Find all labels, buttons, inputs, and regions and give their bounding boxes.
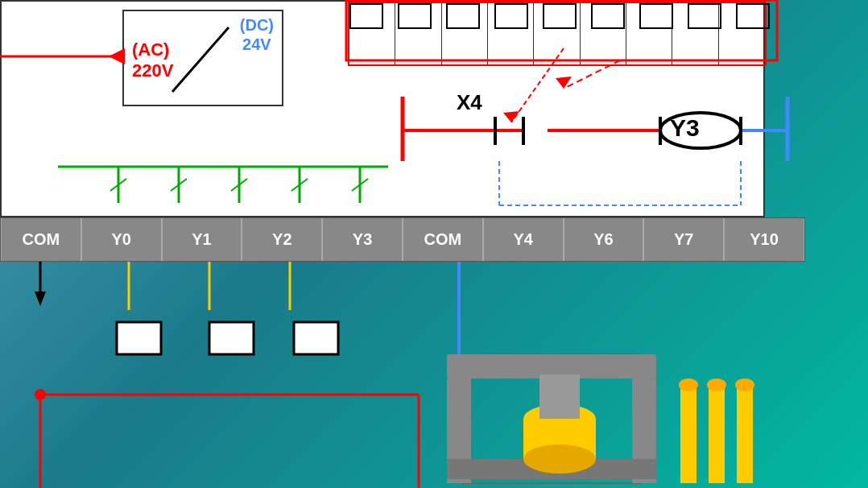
output-cell-6 bbox=[581, 3, 626, 64]
output-cell-9 bbox=[719, 3, 765, 64]
svg-point-48 bbox=[523, 404, 596, 433]
svg-rect-37 bbox=[209, 322, 254, 354]
terminal-y7: Y7 bbox=[643, 218, 724, 261]
output-cell-8 bbox=[672, 3, 718, 64]
terminal-block: COM Y0 Y1 Y2 Y3 COM Y4 Y6 Y7 Y10 bbox=[0, 217, 805, 262]
terminal-y2: Y2 bbox=[242, 218, 322, 261]
y3-coil-label: Y3 bbox=[670, 114, 700, 142]
relay-wiring-top bbox=[58, 159, 404, 211]
svg-rect-44 bbox=[447, 354, 656, 378]
svg-line-0 bbox=[172, 27, 229, 92]
svg-rect-51 bbox=[539, 374, 580, 419]
svg-rect-43 bbox=[463, 354, 640, 483]
terminal-y6: Y6 bbox=[564, 218, 644, 261]
svg-rect-52 bbox=[680, 387, 696, 483]
output-cell-7 bbox=[626, 3, 672, 64]
terminal-y0: Y0 bbox=[81, 218, 162, 261]
power-supply-box: (AC) 220V (DC) 24V bbox=[122, 10, 283, 106]
svg-point-50 bbox=[523, 445, 596, 474]
svg-rect-46 bbox=[632, 378, 656, 483]
svg-point-55 bbox=[679, 378, 698, 391]
svg-marker-31 bbox=[35, 292, 46, 306]
svg-point-40 bbox=[35, 389, 46, 400]
svg-rect-36 bbox=[117, 322, 161, 354]
svg-rect-47 bbox=[447, 459, 656, 479]
svg-rect-45 bbox=[447, 378, 471, 483]
main-container: (AC) 220V (DC) 24V X4 Y3 bbox=[0, 0, 868, 488]
output-cell-4 bbox=[488, 3, 534, 64]
svg-rect-38 bbox=[294, 322, 338, 354]
svg-rect-49 bbox=[523, 419, 596, 459]
output-cell-2 bbox=[395, 3, 441, 64]
terminal-y3: Y3 bbox=[322, 218, 403, 261]
output-cell-1 bbox=[349, 3, 395, 64]
output-cell-3 bbox=[442, 3, 488, 64]
diagram-area: (AC) 220V (DC) 24V X4 Y3 bbox=[0, 0, 765, 217]
svg-point-57 bbox=[735, 378, 754, 391]
terminal-com1: COM bbox=[1, 218, 81, 261]
terminal-com2: COM bbox=[403, 218, 483, 261]
terminal-y10: Y10 bbox=[724, 218, 804, 261]
output-module bbox=[348, 2, 767, 66]
svg-point-56 bbox=[707, 378, 726, 391]
power-diagonal-line bbox=[124, 11, 285, 108]
x4-contact-label: X4 bbox=[457, 90, 482, 115]
svg-rect-54 bbox=[737, 387, 753, 483]
terminal-y1: Y1 bbox=[162, 218, 242, 261]
output-cell-5 bbox=[534, 3, 580, 64]
svg-rect-53 bbox=[709, 387, 725, 483]
terminal-y4: Y4 bbox=[483, 218, 564, 261]
